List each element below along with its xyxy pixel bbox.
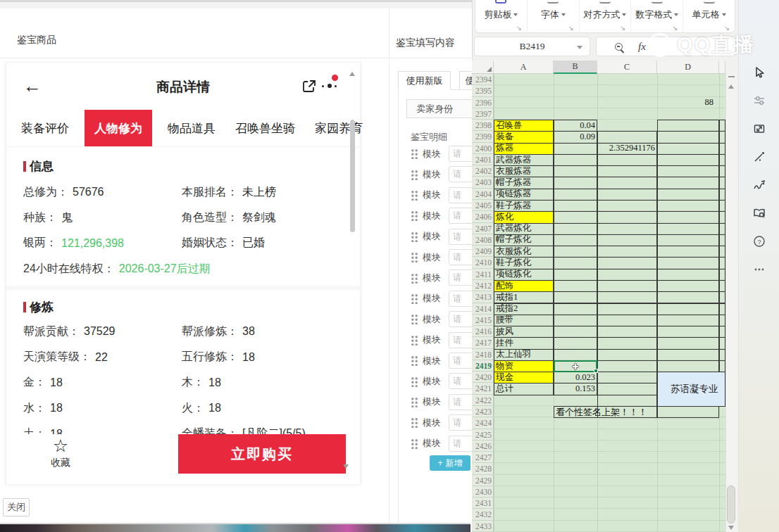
row-header-2423[interactable]: 2423 [472,406,492,417]
bordered-cell-E2411[interactable] [719,269,725,281]
cell-A2407[interactable]: 武器炼化 [494,223,554,234]
cell-B2399[interactable]: 0.09 [554,131,597,142]
bordered-cell-D2409[interactable] [657,246,719,258]
cell-A2421[interactable]: 总计 [494,383,554,394]
bordered-cell-D2400[interactable] [657,143,719,155]
cell-C2400[interactable]: 2.352941176 [597,143,657,154]
bordered-cell-C2417[interactable] [597,337,657,349]
row-header-2408[interactable]: 2408 [472,234,492,246]
cell-B2398[interactable]: 0.04 [554,120,597,131]
cell-A2413[interactable]: 戒指1 [494,291,554,303]
drag-handle-icon[interactable] [411,252,418,262]
row-header-2398[interactable]: 2398 [472,120,492,131]
row-header-2402[interactable]: 2402 [472,165,492,177]
signature-icon[interactable] [752,177,767,193]
column-header-D[interactable]: D [657,61,719,74]
bordered-cell-C2410[interactable] [597,257,657,269]
bordered-cell-E2413[interactable] [719,291,725,303]
cell-A2402[interactable]: 衣服炼器 [494,165,554,177]
bordered-cell-D2416[interactable] [657,326,719,338]
bordered-cell-D2402[interactable] [657,165,719,177]
bordered-cell-D2418[interactable] [657,349,719,361]
drag-handle-icon[interactable] [411,438,418,449]
cell-A2401[interactable]: 武器炼器 [494,154,554,165]
cell-A2409[interactable]: 衣服炼化 [494,246,554,257]
tab-家园养育[interactable]: 家园养育 [311,110,367,146]
tab-物品道具[interactable]: 物品道具 [163,110,220,146]
bordered-cell-E2414[interactable] [719,303,725,315]
bordered-cell-B2404[interactable] [554,189,597,201]
selected-cell-B2419[interactable]: + [554,360,597,372]
bordered-cell-C2404[interactable] [597,189,657,201]
tab-人物修为[interactable]: 人物修为 [85,110,152,146]
bordered-cell-E2405[interactable] [719,200,725,212]
cell-A2412[interactable]: 配饰 [494,280,554,291]
row-header-2425[interactable]: 2425 [472,429,492,441]
bordered-cell-E2409[interactable] [719,246,725,258]
cell-A2414[interactable]: 戒指2 [494,303,554,315]
bordered-cell-E2412[interactable] [719,280,725,292]
bordered-cell-E2415[interactable] [719,315,725,327]
bordered-cell-E2408[interactable] [719,234,725,246]
bordered-cell-D2412[interactable] [657,280,719,292]
cell-B2421[interactable]: 0.153 [554,383,597,394]
bordered-cell-B2416[interactable] [554,326,597,338]
bordered-cell-D2419[interactable] [657,360,719,372]
bordered-cell-C2411[interactable] [597,269,657,281]
bordered-cell-C2420[interactable] [597,372,657,384]
cell-A2411[interactable]: 项链炼化 [494,269,554,280]
bordered-cell-D2399[interactable] [657,131,719,143]
row-header-2426[interactable]: 2426 [472,441,492,452]
bordered-cell-D2414[interactable] [657,303,719,315]
bordered-cell-B2417[interactable] [554,337,597,349]
bordered-cell-D2403[interactable] [657,177,719,189]
sheet-scrollbar-track[interactable] [725,74,737,532]
dialog-launcher-icon[interactable]: ↘ [568,25,574,32]
row-header-2418[interactable]: 2418 [472,349,492,360]
toolbar-group-字体[interactable]: 字体↘ [528,0,580,32]
row-header-2413[interactable]: 2413 [472,291,492,303]
cell-B2420[interactable]: 0.023 [554,372,597,383]
card-scroll-up-icon[interactable] [349,72,355,76]
drag-handle-icon[interactable] [411,314,418,324]
drag-handle-icon[interactable] [411,232,418,242]
row-header-2406[interactable]: 2406 [472,211,492,222]
bordered-cell-D2423[interactable] [657,406,719,418]
cell-A2420[interactable]: 现金 [494,372,554,383]
row-header-2421[interactable]: 2421 [472,383,492,394]
drag-handle-icon[interactable] [411,210,418,221]
bordered-cell-C2403[interactable] [597,177,657,189]
cell-A2398[interactable]: 召唤兽 [494,120,554,131]
bordered-cell-B2402[interactable] [554,165,597,177]
row-header-2403[interactable]: 2403 [472,177,492,188]
sheet-scroll-up-icon[interactable] [728,84,734,89]
row-header-2422[interactable]: 2422 [472,395,492,406]
dialog-launcher-icon[interactable]: ↘ [516,25,522,32]
more-icon[interactable] [752,262,767,277]
bordered-cell-D2405[interactable] [657,200,719,212]
column-header-B[interactable]: B [554,61,597,74]
seller-identity-field[interactable]: 卖家身份 [406,99,473,118]
row-header-2429[interactable]: 2429 [472,475,492,486]
bordered-cell-C2416[interactable] [597,326,657,338]
row-header-2427[interactable]: 2427 [472,452,492,463]
merged-cell-B2423[interactable]: 看个性签名上架！！！ [554,406,657,418]
row-header-2415[interactable]: 2415 [472,315,492,326]
formula-bar[interactable]: fx [596,37,736,56]
adjust-icon[interactable] [752,93,767,108]
select-all-corner[interactable] [472,61,494,74]
row-header-2416[interactable]: 2416 [472,326,492,337]
drag-handle-icon[interactable] [411,335,418,346]
drag-handle-icon[interactable] [411,397,418,407]
cell-A2419[interactable]: 物资 [494,360,554,372]
bordered-cell-C2407[interactable] [597,223,657,235]
tab-装备评价[interactable]: 装备评价 [17,110,73,146]
bordered-cell-C2414[interactable] [597,303,657,315]
row-header-2424[interactable]: 2424 [472,417,492,429]
bordered-cell-E2410[interactable] [719,257,725,269]
dialog-launcher-icon[interactable]: ↘ [724,25,730,32]
cell-A2410[interactable]: 鞋子炼化 [494,257,554,268]
bordered-cell-D2407[interactable] [657,223,719,235]
row-header-2411[interactable]: 2411 [472,269,492,280]
row-header-2409[interactable]: 2409 [472,246,492,257]
